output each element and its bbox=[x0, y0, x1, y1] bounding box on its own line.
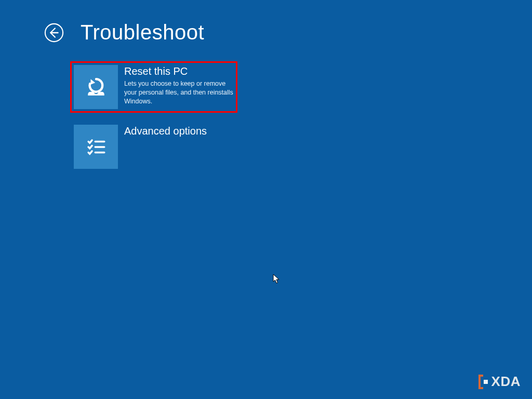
xda-bracket-icon bbox=[478, 374, 489, 390]
tile-reset-this-pc[interactable]: Reset this PC Lets you choose to keep or… bbox=[70, 61, 237, 113]
tile-text: Advanced options bbox=[124, 125, 234, 137]
tile-title: Reset this PC bbox=[124, 65, 234, 77]
page-title: Troubleshoot bbox=[81, 21, 204, 44]
tile-description: Lets you choose to keep or remove your p… bbox=[124, 79, 233, 106]
back-button[interactable] bbox=[44, 23, 64, 43]
cursor-icon bbox=[273, 274, 280, 284]
reset-icon bbox=[74, 65, 118, 109]
tile-advanced-options[interactable]: Advanced options bbox=[70, 121, 237, 172]
advanced-options-icon bbox=[74, 125, 118, 169]
watermark-text: XDA bbox=[491, 374, 521, 390]
back-arrow-icon bbox=[44, 23, 64, 43]
watermark: XDA bbox=[478, 374, 521, 390]
tile-title: Advanced options bbox=[124, 125, 234, 137]
tile-list: Reset this PC Lets you choose to keep or… bbox=[70, 61, 237, 172]
svg-rect-6 bbox=[484, 380, 488, 384]
tile-text: Reset this PC Lets you choose to keep or… bbox=[124, 65, 234, 106]
header: Troubleshoot bbox=[44, 21, 204, 44]
